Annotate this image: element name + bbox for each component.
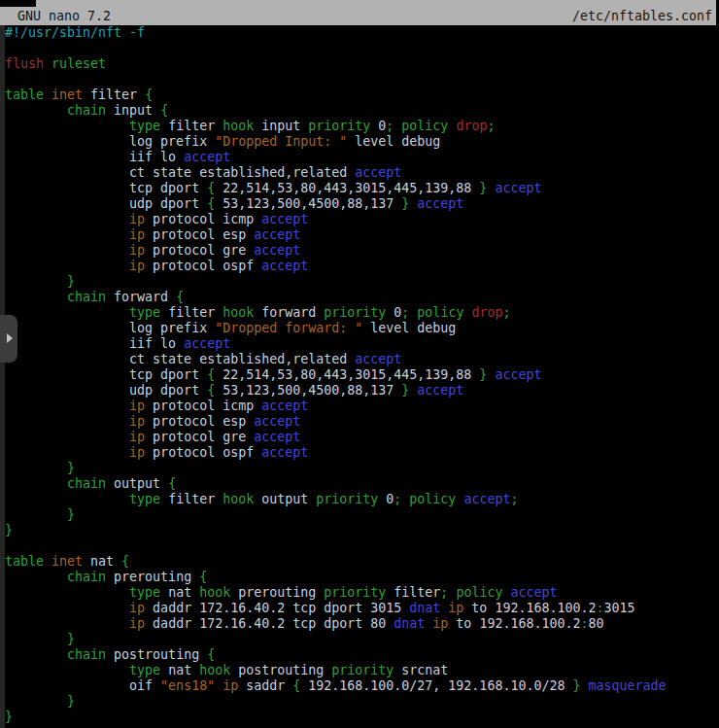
code-line[interactable]: type filter hook output priority 0; poli…: [5, 492, 719, 507]
code-token: postrouting: [106, 647, 207, 662]
code-line[interactable]: ip protocol gre accept: [5, 243, 719, 259]
code-token: 0: [386, 305, 401, 320]
code-line[interactable]: type nat hook postrouting priority srcna…: [5, 663, 719, 678]
code-token: [5, 585, 129, 600]
code-token: 192.168.100.0/27, 192.168.10.0/28: [300, 678, 572, 693]
code-line[interactable]: tcp dport { 22,514,53,80,443,3015,445,13…: [5, 181, 719, 196]
code-line[interactable]: iif lo accept: [5, 336, 719, 352]
code-token: [5, 476, 67, 491]
code-token: accept: [254, 430, 300, 444]
code-token: table: [5, 554, 44, 569]
code-token: inet: [51, 554, 83, 569]
code-line[interactable]: udp dport { 53,123,500,4500,88,137 } acc…: [5, 383, 719, 399]
code-line[interactable]: chain output {: [5, 476, 719, 492]
code-line[interactable]: ip protocol esp accept: [5, 414, 719, 430]
code-token: [5, 445, 129, 460]
code-line[interactable]: ip daddr 172.16.40.2 tcp dport 3015 dnat…: [5, 601, 719, 616]
code-token: dnat: [394, 616, 425, 631]
code-line[interactable]: table inet filter {: [5, 87, 719, 103]
code-token: ip: [129, 227, 145, 242]
code-token: [5, 243, 129, 258]
code-token: accept: [184, 150, 230, 164]
code-token: log prefix: [5, 321, 215, 335]
code-token: [5, 570, 67, 584]
code-token: [5, 399, 129, 413]
code-line[interactable]: ip protocol ospf accept: [5, 445, 719, 461]
code-token: prerouting: [230, 585, 324, 600]
code-line[interactable]: ct state established,related accept: [5, 352, 719, 367]
code-token: 0: [378, 492, 394, 506]
code-line[interactable]: table inet nat {: [5, 554, 719, 570]
code-line[interactable]: }: [5, 632, 719, 647]
code-line[interactable]: iif lo accept: [5, 150, 719, 165]
code-line[interactable]: chain postrouting {: [5, 647, 719, 663]
code-token: ip: [432, 616, 448, 631]
code-token: {: [176, 290, 184, 304]
code-token: {: [160, 103, 168, 118]
code-line[interactable]: ct state established,related accept: [5, 165, 719, 181]
code-token: level debug: [347, 134, 440, 149]
code-token: protocol esp: [145, 414, 254, 429]
code-token: accept: [417, 383, 463, 398]
code-line[interactable]: type filter hook input priority 0; polic…: [5, 119, 719, 134]
code-token: [5, 259, 129, 273]
code-line[interactable]: udp dport { 53,123,500,4500,88,137 } acc…: [5, 196, 719, 212]
code-line[interactable]: log prefix "Dropped Input: " level debug: [5, 134, 719, 150]
code-line[interactable]: tcp dport { 22,514,53,80,443,3015,445,13…: [5, 367, 719, 383]
code-line[interactable]: ip daddr 172.16.40.2 tcp dport 80 dnat i…: [5, 616, 719, 632]
code-token: accept: [254, 243, 300, 258]
code-token: }: [67, 507, 75, 522]
code-token: log prefix: [5, 134, 215, 149]
code-token: accept: [254, 227, 300, 242]
code-token: 53,123,500,4500,88,137: [215, 383, 401, 398]
code-token: }: [67, 632, 75, 646]
code-line[interactable]: ip protocol icmp accept: [5, 212, 719, 227]
code-line[interactable]: ip protocol ospf accept: [5, 259, 719, 274]
code-token: [44, 56, 51, 71]
code-token: chain: [67, 290, 106, 304]
code-token: srcnat: [394, 663, 448, 677]
code-line[interactable]: }: [5, 507, 719, 523]
code-line[interactable]: }: [5, 694, 719, 710]
code-token: [5, 647, 67, 662]
code-token: protocol ospf: [145, 259, 261, 273]
code-line[interactable]: ip protocol gre accept: [5, 430, 719, 445]
code-token: [5, 305, 129, 320]
code-token: accept: [495, 181, 541, 195]
code-token: masquerade: [588, 678, 666, 693]
code-line[interactable]: chain prerouting {: [5, 570, 719, 585]
code-token: [5, 103, 67, 118]
code-token: hook: [223, 305, 254, 320]
code-token: nat: [160, 663, 199, 677]
code-line[interactable]: type nat hook prerouting priority filter…: [5, 585, 719, 601]
code-line[interactable]: chain forward {: [5, 290, 719, 305]
code-line[interactable]: flush ruleset: [5, 56, 719, 72]
code-token: dnat: [409, 601, 440, 615]
code-line[interactable]: [5, 41, 719, 56]
code-token: {: [168, 476, 176, 491]
code-token: accept: [254, 414, 300, 429]
code-line[interactable]: }: [5, 710, 719, 725]
code-token: ip: [223, 678, 238, 693]
code-token: ip: [129, 399, 145, 413]
code-line[interactable]: }: [5, 461, 719, 476]
code-line[interactable]: log prefix "Dropped forward: " level deb…: [5, 321, 719, 336]
code-line[interactable]: }: [5, 274, 719, 290]
code-line[interactable]: [5, 72, 719, 87]
code-token: 22,514,53,80,443,3015,445,139,88: [215, 181, 479, 195]
code-token: accept: [261, 259, 308, 273]
code-line[interactable]: oif "ens18" ip saddr { 192.168.100.0/27,…: [5, 678, 719, 694]
editor-code[interactable]: #!/usr/sbin/nft -fflush rulesettable ine…: [5, 25, 719, 725]
code-line[interactable]: type filter hook forward priority 0; pol…: [5, 305, 719, 321]
code-token: [5, 274, 67, 289]
code-line[interactable]: ip protocol icmp accept: [5, 399, 719, 414]
code-line[interactable]: #!/usr/sbin/nft -f: [5, 25, 719, 41]
code-token: chain: [67, 103, 106, 118]
code-token: [5, 461, 67, 475]
code-line[interactable]: }: [5, 523, 719, 538]
code-line[interactable]: chain input {: [5, 103, 719, 119]
code-token: type: [129, 492, 160, 506]
code-line[interactable]: [5, 538, 719, 554]
code-token: chain: [67, 476, 106, 491]
code-line[interactable]: ip protocol esp accept: [5, 227, 719, 243]
